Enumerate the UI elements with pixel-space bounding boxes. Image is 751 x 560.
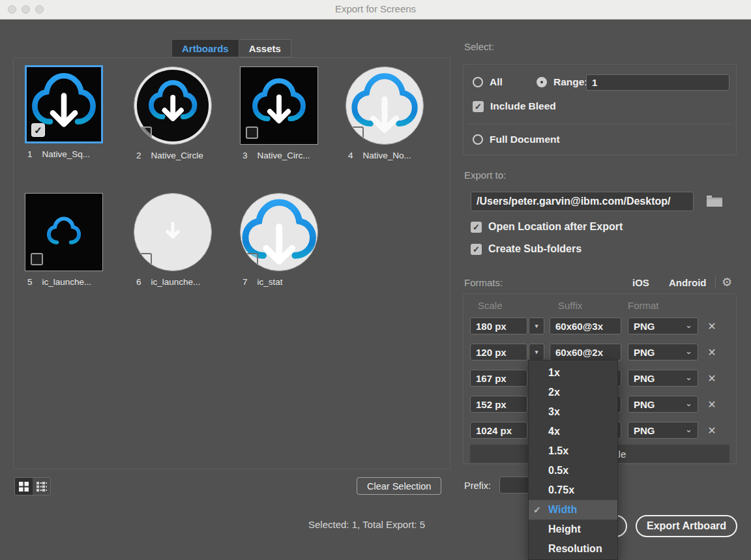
format-select[interactable]: PNG⌄: [628, 317, 698, 334]
menu-item-4x[interactable]: 4x: [529, 422, 617, 441]
open-location-row[interactable]: ✓ Open Location after Export: [471, 221, 623, 233]
range-input[interactable]: 1: [586, 74, 729, 91]
artboard-6-checkbox[interactable]: [140, 253, 152, 265]
scale-input[interactable]: 1024 px: [470, 422, 527, 439]
artboard-thumb-1[interactable]: ✓ 1 Native_Sq...: [25, 65, 108, 159]
radio-range[interactable]: Range:: [537, 76, 588, 88]
artboard-4-label: 4 Native_No...: [346, 151, 429, 160]
open-location-checkbox[interactable]: ✓: [471, 222, 482, 233]
radio-range-circle[interactable]: [537, 77, 547, 87]
chevron-down-icon: ⌄: [685, 320, 692, 330]
artboard-7-preview[interactable]: [240, 193, 318, 271]
format-select[interactable]: PNG⌄: [628, 422, 698, 439]
artboard-3-preview[interactable]: [240, 66, 318, 145]
window-title: Export for Screens: [0, 3, 751, 14]
grid-view-button[interactable]: [15, 478, 33, 495]
chevron-down-icon: ⌄: [685, 372, 692, 382]
format-value: PNG: [634, 347, 655, 358]
delete-row-button[interactable]: ✕: [705, 371, 719, 385]
include-bleed-row[interactable]: ✓ Include Bleed: [473, 100, 556, 112]
menu-item-label: Width: [548, 504, 577, 516]
tab-bar: Artboards Assets: [171, 39, 291, 57]
menu-item-resolution[interactable]: Resolution: [529, 539, 617, 559]
scale-input[interactable]: 152 px: [470, 396, 527, 413]
artboard-thumb-6[interactable]: 6 ic_launche...: [134, 193, 217, 287]
create-subfolders-checkbox[interactable]: ✓: [471, 244, 482, 255]
include-bleed-checkbox[interactable]: ✓: [473, 101, 484, 112]
artboard-name: Native_Circ...: [258, 151, 310, 160]
suffix-input[interactable]: 60x60@2x: [550, 344, 621, 361]
create-subfolders-row[interactable]: ✓ Create Sub-folders: [471, 243, 582, 255]
artboard-4-preview[interactable]: [346, 66, 424, 145]
format-select[interactable]: PNG⌄: [628, 344, 698, 361]
check-icon: ✓: [533, 505, 541, 515]
scale-input[interactable]: 120 px: [470, 344, 527, 361]
export-artboard-button[interactable]: Export Artboard: [636, 515, 737, 537]
delete-row-button[interactable]: ✕: [705, 397, 719, 411]
artboard-thumb-3[interactable]: 3 Native_Circ...: [240, 66, 323, 160]
preset-ios-link[interactable]: iOS: [632, 277, 649, 288]
delete-row-button[interactable]: ✕: [705, 319, 719, 333]
artboard-1-checkbox[interactable]: ✓: [32, 124, 44, 136]
menu-item-1-5x[interactable]: 1.5x: [529, 441, 617, 461]
menu-item-1x[interactable]: 1x: [529, 363, 617, 383]
delete-row-button[interactable]: ✕: [705, 345, 719, 359]
radio-full-document[interactable]: Full Document: [473, 134, 560, 145]
artboard-number: 5: [27, 277, 33, 287]
clear-selection-button[interactable]: Clear Selection: [357, 477, 441, 495]
artboard-4-checkbox[interactable]: [351, 126, 364, 139]
column-header-format: Format: [628, 300, 659, 311]
artboard-thumb-7[interactable]: 7 ic_stat: [240, 193, 323, 287]
format-select[interactable]: PNG⌄: [628, 370, 698, 387]
suffix-input[interactable]: 60x60@3x: [550, 317, 621, 334]
choose-folder-button[interactable]: [706, 194, 723, 208]
scale-input[interactable]: 167 px: [470, 370, 527, 387]
radio-all-label: All: [490, 76, 503, 88]
scale-unit-dropdown-button[interactable]: ▾: [529, 344, 544, 361]
artboard-2-checkbox[interactable]: [140, 126, 152, 139]
format-select[interactable]: PNG⌄: [628, 396, 698, 413]
menu-item-3x[interactable]: 3x: [529, 402, 617, 422]
artboard-thumb-5[interactable]: 5 ic_launche...: [25, 193, 108, 287]
artboard-number: 2: [136, 151, 141, 160]
scale-input[interactable]: 180 px: [470, 317, 527, 334]
export-path-input[interactable]: /Users/peter.garvin@ibm.com/Desktop/: [471, 192, 694, 211]
list-view-button[interactable]: [33, 478, 50, 495]
artboard-name: Native_Circle: [151, 151, 203, 160]
radio-all-circle[interactable]: [473, 77, 483, 87]
tab-artboards[interactable]: Artboards: [171, 39, 239, 57]
menu-item-0-5x[interactable]: 0.5x: [529, 461, 617, 480]
preset-android-link[interactable]: Android: [669, 277, 707, 288]
menu-item-height[interactable]: Height: [529, 520, 617, 539]
gear-icon[interactable]: ⚙: [722, 275, 732, 289]
triangle-down-icon: ▾: [535, 323, 538, 329]
delete-row-button[interactable]: ✕: [705, 423, 719, 437]
check-icon: ✓: [473, 244, 480, 254]
scale-unit-menu: 1x 2x 3x 4x 1.5x 0.5x 0.75x ✓ Width Heig…: [528, 360, 618, 560]
radio-all[interactable]: All: [473, 76, 503, 88]
scale-unit-dropdown-button[interactable]: ▾: [529, 317, 544, 334]
artboard-thumb-2[interactable]: 2 Native_Circle: [134, 66, 217, 160]
artboard-number: 3: [243, 151, 248, 160]
menu-item-0-75x[interactable]: 0.75x: [529, 480, 617, 500]
artboard-2-preview[interactable]: [134, 66, 212, 145]
artboard-5-preview[interactable]: [25, 193, 103, 271]
artboard-1-preview[interactable]: ✓: [25, 65, 103, 143]
divider: [469, 124, 731, 125]
radio-range-label: Range:: [553, 76, 588, 88]
tab-assets[interactable]: Assets: [239, 39, 291, 57]
artboard-5-label: 5 ic_launche...: [25, 277, 108, 287]
menu-item-2x[interactable]: 2x: [529, 383, 617, 402]
artboard-7-checkbox[interactable]: [246, 253, 258, 265]
chevron-down-icon: ⌄: [685, 346, 692, 356]
menu-item-width[interactable]: ✓ Width: [529, 500, 617, 520]
radio-full-document-circle[interactable]: [473, 134, 483, 145]
artboard-name: Native_No...: [363, 151, 411, 160]
prefix-label: Prefix:: [464, 480, 491, 491]
artboard-thumb-4[interactable]: 4 Native_No...: [346, 66, 429, 160]
artboard-6-preview[interactable]: [134, 193, 212, 271]
artboard-7-label: 7 ic_stat: [240, 277, 323, 287]
artboard-3-checkbox[interactable]: [246, 126, 258, 139]
select-section-label: Select:: [464, 41, 494, 52]
artboard-5-checkbox[interactable]: [31, 253, 43, 265]
